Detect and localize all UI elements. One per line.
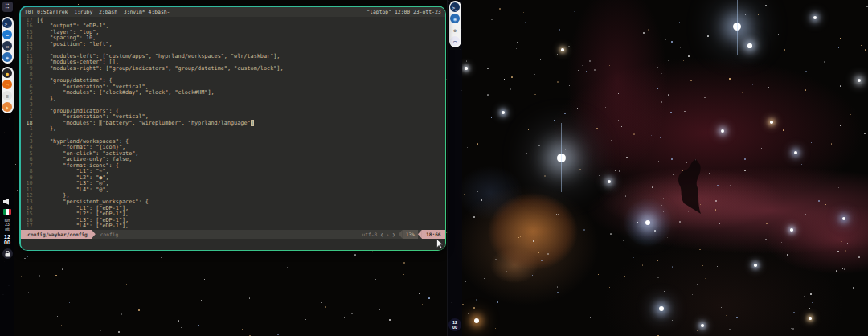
editor-line[interactable]: 9 "modules-right": ["group/indicators", … <box>21 66 445 72</box>
nvim-cmdline <box>21 239 445 250</box>
bright-star <box>809 317 811 319</box>
bright-star <box>645 220 650 225</box>
taskbar: >_◉⚙▭ <box>449 0 461 51</box>
mouse-pointer <box>436 239 444 249</box>
browser-app-icon[interactable]: ◉ <box>2 52 12 62</box>
language-flag-it[interactable] <box>3 209 11 215</box>
dock-pill: ●◠≡◗ <box>2 67 14 113</box>
clock-minutes: 00 <box>452 325 457 330</box>
lock-icon <box>5 251 10 257</box>
line-text: "L4": ["eDP-1"], <box>37 223 129 230</box>
desktop: ⠿ >_⋯✉◉●◠≡◗ lun 23 ott 12 00 >_◉⚙▭ 12 00 <box>0 0 868 336</box>
taskbar: >_⋯✉◉●◠≡◗ <box>2 17 14 117</box>
terminal-window: [0] 0:StarTrek 1:ruby 2:bash 3:nvim* 4:b… <box>19 6 446 251</box>
dock-pill: >_⋯✉◉ <box>2 17 14 64</box>
lock-button[interactable] <box>2 248 13 259</box>
apps-launcher-icon[interactable]: ⠿ <box>2 2 13 12</box>
bright-star <box>608 180 611 183</box>
nvim-editor[interactable]: 17[{16 "output": "eDP-1",15 "layer": "to… <box>21 17 445 230</box>
text-cursor: ] <box>251 120 254 126</box>
terminal-app-icon[interactable]: >_ <box>450 2 460 12</box>
clock-time[interactable]: 12 00 <box>4 234 10 245</box>
clock-hours: 12 <box>4 234 10 240</box>
powerline-separator <box>399 230 403 239</box>
bright-star <box>465 67 467 69</box>
powerline-separator <box>418 230 422 239</box>
dock-pill: >_◉⚙▭ <box>449 1 461 47</box>
editor-line[interactable]: 4 }, <box>21 96 445 103</box>
bright-star <box>502 111 505 114</box>
line-text: }, <box>37 96 57 103</box>
editor-line[interactable]: 18 "modules": ["battery", "wireplumber",… <box>21 121 445 127</box>
bright-star <box>474 318 480 324</box>
bright-star <box>721 129 724 133</box>
editor-line[interactable]: 5 "modules": ["clock#day", "clock", "clo… <box>21 90 445 96</box>
editor-app-icon[interactable]: ● <box>2 68 12 78</box>
clock-minutes: 00 <box>4 240 10 245</box>
line-text: "position": "left", <box>37 42 113 48</box>
editor-line[interactable]: 13 "position": "left", <box>21 42 445 48</box>
clock-time[interactable]: 12 00 <box>448 318 461 331</box>
line-text: }, <box>37 126 57 133</box>
horsehead-nebula-silhouette <box>672 158 714 215</box>
statusline-progress: 13% <box>403 230 418 239</box>
bright-star <box>770 121 773 124</box>
bright-star <box>701 324 704 327</box>
clock-month: ott <box>5 227 10 232</box>
mail-app-icon[interactable]: ✉ <box>2 41 12 51</box>
files-app-icon[interactable]: ≡ <box>2 91 12 100</box>
waybar-left-monitor: ⠿ >_⋯✉◉●◠≡◗ lun 23 ott 12 00 <box>0 0 14 336</box>
media-app-icon[interactable]: ◗ <box>2 102 12 112</box>
bright-star <box>794 151 797 154</box>
line-text: "modules-right": ["group/indicators", "g… <box>37 66 284 72</box>
bright-star <box>561 48 563 51</box>
statusline-encoding: utf-8 <box>362 232 377 237</box>
terminal-app-icon[interactable]: >_ <box>2 18 12 28</box>
statusline-position: 18:66 <box>422 230 445 239</box>
volume-icon[interactable] <box>3 199 11 205</box>
statusline-filepath: .config/waybar/config <box>21 230 92 239</box>
bright-star <box>747 43 751 47</box>
bright-star <box>858 79 861 82</box>
tmux-host-datetime: "laptop" 12:00 23-ott-23 <box>366 9 440 15</box>
editor-line[interactable]: 17 "L4": ["eDP-1"], <box>21 223 445 230</box>
bright-star <box>659 306 664 311</box>
nvim-statusline: .config/waybar/config config utf-8 ❮ ▵ ❯… <box>21 230 445 239</box>
tmux-status-bar: [0] 0:StarTrek 1:ruby 2:bash 3:nvim* 4:b… <box>21 7 445 17</box>
bright-star <box>754 264 757 267</box>
powerline-separator <box>92 230 96 239</box>
line-text: "modules": ["clock#day", "clock", "clock… <box>37 90 215 96</box>
chat-app-icon[interactable]: ⋯ <box>2 30 12 39</box>
display-app-icon[interactable]: ▭ <box>450 36 460 46</box>
bright-star <box>813 16 817 19</box>
editor-line[interactable]: 11 "L4": "@", <box>21 187 445 194</box>
statusline-separators: ❮ ▵ ❯ <box>380 232 395 237</box>
firefox-app-icon[interactable]: ◠ <box>2 80 12 89</box>
settings-app-icon[interactable]: ⚙ <box>450 25 460 35</box>
editor-line[interactable]: 1 }, <box>21 126 445 133</box>
waybar-right-monitor: >_◉⚙▭ 12 00 <box>447 0 462 336</box>
browser-app-icon[interactable]: ◉ <box>450 14 460 23</box>
line-number: 17 <box>21 223 33 230</box>
line-text: "modules": ["battery", "wireplumber", "h… <box>37 121 254 127</box>
clock-date[interactable]: lun 23 ott <box>5 219 10 232</box>
statusline-context: config <box>100 232 118 237</box>
bright-star <box>842 217 845 220</box>
bright-star <box>790 228 793 232</box>
tmux-window-list[interactable]: [0] 0:StarTrek 1:ruby 2:bash 3:nvim* 4:b… <box>25 9 170 15</box>
